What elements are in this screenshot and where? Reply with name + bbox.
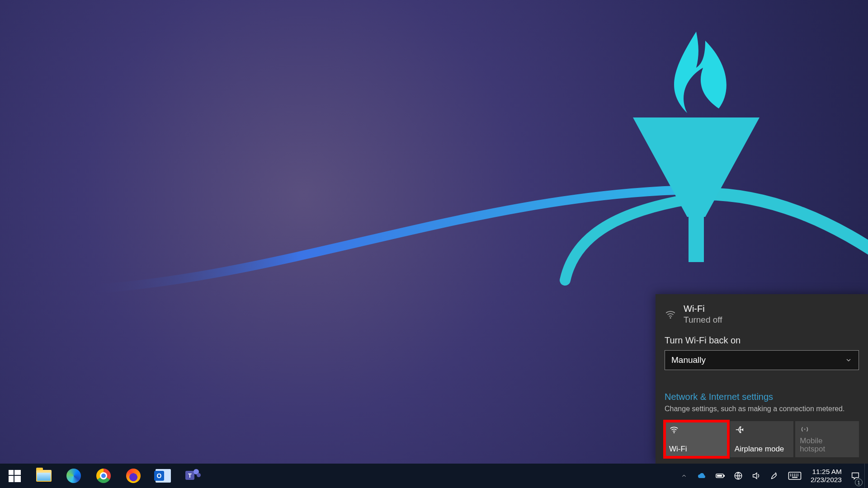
tile-airplane-label: Airplane mode [735,445,789,454]
quick-action-tiles: Wi-Fi Airplane mode Mobile hotspot [665,421,859,457]
chevron-down-icon [845,357,852,364]
svg-rect-5 [724,475,725,477]
network-settings-subtext: Change settings, such as making a connec… [665,405,859,413]
tray-battery[interactable] [711,464,729,488]
svg-rect-11 [794,474,795,475]
tray-network[interactable] [729,464,747,488]
tray-touch-keyboard[interactable] [783,464,806,488]
taskbar-app-teams[interactable] [178,464,208,488]
tile-hotspot-label-1: Mobile [800,437,854,446]
tile-airplane-mode[interactable]: Airplane mode [730,421,794,457]
svg-rect-17 [796,475,797,476]
notification-count-badge: 1 [855,479,863,486]
edge-icon [66,469,81,483]
chevron-up-icon [681,473,687,479]
taskbar-clock[interactable]: 11:25 AM 2/23/2023 [806,464,846,488]
svg-point-1 [670,317,671,319]
cloud-icon [697,470,708,481]
svg-rect-10 [792,474,793,475]
tray-stylus[interactable] [765,464,783,488]
globe-icon [733,471,743,481]
taskbar-app-chrome[interactable] [89,464,118,488]
svg-rect-13 [797,474,798,475]
wifi-status-row[interactable]: Wi-Fi Turned off [665,303,859,325]
show-desktop-button[interactable] [864,464,868,488]
start-button[interactable] [0,464,29,488]
turn-wifi-back-on-label: Turn Wi-Fi back on [665,335,859,346]
taskbar-app-firefox[interactable] [118,464,148,488]
file-explorer-icon [36,470,52,482]
wifi-icon [669,425,679,435]
teams-icon [185,469,201,483]
windows-icon [9,470,21,482]
tile-wifi[interactable]: Wi-Fi [665,421,728,457]
airplane-icon [735,425,745,435]
turn-wifi-back-on-dropdown[interactable]: Manually [665,350,859,370]
firefox-icon [126,469,141,483]
svg-rect-12 [796,474,797,475]
taskbar: 11:25 AM 2/23/2023 1 [0,464,868,488]
svg-rect-19 [792,477,797,478]
pen-icon [769,471,779,481]
tray-overflow-button[interactable] [675,464,693,488]
taskbar-app-edge[interactable] [59,464,89,488]
svg-rect-16 [794,475,795,476]
battery-icon [715,470,726,481]
dropdown-selected-value: Manually [671,355,706,365]
chrome-icon [96,469,111,483]
svg-rect-18 [797,475,798,476]
svg-rect-15 [792,475,793,476]
keyboard-icon [788,471,802,481]
wifi-icon [665,309,676,320]
action-center-button[interactable]: 1 [846,464,864,488]
taskbar-app-outlook[interactable] [148,464,178,488]
clock-date: 2/23/2023 [811,476,842,484]
clock-time: 11:25 AM [811,468,842,476]
tile-hotspot-label-2: hotspot [800,445,854,454]
network-flyout: Wi-Fi Turned off Turn Wi-Fi back on Manu… [656,294,868,464]
hotspot-icon [800,425,810,435]
tray-volume[interactable] [747,464,765,488]
svg-rect-9 [790,474,791,475]
svg-rect-6 [717,475,722,477]
tray-onedrive[interactable] [693,464,711,488]
tile-wifi-label: Wi-Fi [669,445,724,454]
tile-mobile-hotspot[interactable]: Mobile hotspot [795,421,859,457]
svg-rect-14 [790,475,791,476]
svg-point-3 [804,429,806,430]
wifi-status: Turned off [684,314,722,325]
svg-rect-0 [689,208,704,262]
svg-point-2 [674,432,675,433]
network-settings-link[interactable]: Network & Internet settings [665,392,859,402]
speaker-icon [751,471,761,481]
outlook-icon [156,469,171,483]
taskbar-app-file-explorer[interactable] [29,464,59,488]
wifi-title: Wi-Fi [684,303,722,314]
